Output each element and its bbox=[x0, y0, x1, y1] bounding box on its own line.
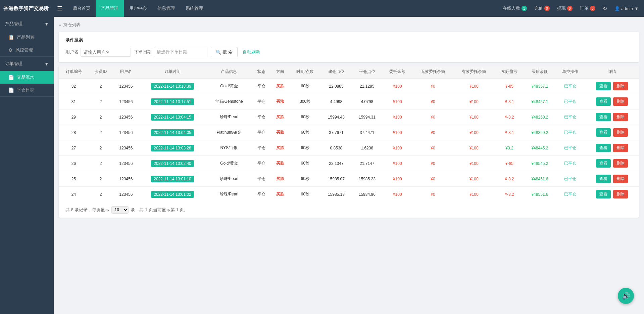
auto-refresh-button[interactable]: 自动刷新 bbox=[241, 47, 262, 57]
nav-item-info[interactable]: 信息管理 bbox=[152, 0, 180, 17]
cell-username: 123456 bbox=[113, 94, 139, 109]
date-picker[interactable]: 请选择下单日期 bbox=[154, 47, 207, 57]
cell-product: Platinum/铂金 bbox=[206, 125, 252, 140]
cell-invalid: ¥0 bbox=[412, 125, 453, 140]
sidebar-item-trade-flow-label: 交易流水 bbox=[17, 74, 34, 80]
cell-operation: 已平仓 bbox=[555, 171, 585, 187]
cell-balance: ¥48457.1 bbox=[525, 94, 555, 109]
delete-button[interactable]: 删除 bbox=[613, 97, 628, 106]
cell-username: 123456 bbox=[113, 125, 139, 140]
cell-member-id: 2 bbox=[89, 171, 113, 187]
cell-close-price: 21.7147 bbox=[352, 156, 383, 171]
view-button[interactable]: 查看 bbox=[596, 190, 611, 198]
view-button[interactable]: 查看 bbox=[596, 175, 611, 183]
breadcrumb-current: 持仓列表 bbox=[63, 22, 81, 28]
cell-effective: ¥100 bbox=[453, 94, 494, 109]
breadcrumb: » 持仓列表 bbox=[59, 22, 639, 28]
sidebar-item-risk-control[interactable]: ⚙ 风控管理 bbox=[0, 44, 54, 56]
view-button[interactable]: 查看 bbox=[596, 82, 611, 90]
float-button[interactable]: 🔊 bbox=[618, 288, 634, 304]
username-input[interactable] bbox=[81, 48, 131, 57]
cell-close-price: 15994.31 bbox=[352, 109, 383, 125]
nav-item-product[interactable]: 产品管理 bbox=[96, 0, 124, 17]
withdraw-item[interactable]: 提现 0 bbox=[555, 5, 575, 11]
view-button[interactable]: 查看 bbox=[596, 128, 611, 137]
cell-close-price: 4.0798 bbox=[352, 94, 383, 109]
cell-product: NYS/白银 bbox=[206, 140, 252, 156]
view-button[interactable]: 查看 bbox=[596, 144, 611, 152]
per-page-select[interactable]: 102050100 bbox=[111, 206, 129, 214]
admin-menu[interactable]: 👤 admin ▼ bbox=[612, 6, 641, 11]
nav-item-home[interactable]: 后台首页 bbox=[67, 0, 96, 17]
cell-order-id: 27 bbox=[59, 140, 89, 156]
col-direction: 方向 bbox=[271, 65, 290, 78]
table-row: 25 2 123456 2022-11-14 13:01:10 珍珠/Pearl… bbox=[59, 171, 639, 187]
cell-order-time: 2022-11-14 13:01:02 bbox=[139, 187, 206, 202]
delete-button[interactable]: 删除 bbox=[613, 128, 628, 137]
cell-time-points: 60秒 bbox=[289, 187, 321, 202]
cell-product: 宝石/Gemstone bbox=[206, 94, 252, 109]
cell-entrust: ¥100 bbox=[383, 125, 412, 140]
cell-order-id: 32 bbox=[59, 78, 89, 94]
cell-open-price: 15994.43 bbox=[321, 109, 352, 125]
cell-open-price: 22.1347 bbox=[321, 156, 352, 171]
cell-detail: 查看 删除 bbox=[585, 109, 639, 125]
cell-product: 珍珠/Pearl bbox=[206, 187, 252, 202]
nav-item-user[interactable]: 用户中心 bbox=[124, 0, 152, 17]
cell-invalid: ¥0 bbox=[412, 187, 453, 202]
view-button[interactable]: 查看 bbox=[596, 97, 611, 106]
cell-close-price: 15984.96 bbox=[352, 187, 383, 202]
cell-order-id: 26 bbox=[59, 156, 89, 171]
col-entrust: 委托余额 bbox=[383, 65, 412, 78]
cell-product: Gold/黄金 bbox=[206, 78, 252, 94]
cell-status: 平仓 bbox=[252, 78, 271, 94]
search-btn-label: 搜 索 bbox=[222, 49, 233, 55]
delete-button[interactable]: 删除 bbox=[613, 82, 628, 90]
cell-member-id: 2 bbox=[89, 94, 113, 109]
cell-balance: ¥48551.6 bbox=[525, 187, 555, 202]
delete-button[interactable]: 删除 bbox=[613, 113, 628, 121]
cell-direction: 买跌 bbox=[271, 125, 290, 140]
nav-item-system[interactable]: 系统管理 bbox=[180, 0, 208, 17]
cell-username: 123456 bbox=[113, 187, 139, 202]
search-button[interactable]: 🔍 搜 索 bbox=[211, 47, 238, 57]
order-item[interactable]: 订单 0 bbox=[578, 5, 597, 11]
sidebar-section-order-title[interactable]: 订单管理 ▼ bbox=[0, 57, 54, 71]
search-title: 条件搜索 bbox=[65, 37, 632, 43]
cell-invalid: ¥0 bbox=[412, 78, 453, 94]
cell-open-price: 37.7671 bbox=[321, 125, 352, 140]
menu-toggle-icon[interactable]: ☰ bbox=[57, 5, 62, 12]
delete-button[interactable]: 删除 bbox=[613, 144, 628, 152]
sidebar-item-close-log[interactable]: 📄 平仓日志 bbox=[0, 84, 54, 96]
cell-status: 平仓 bbox=[252, 171, 271, 187]
cell-order-time: 2022-11-14 13:04:05 bbox=[139, 125, 206, 140]
recharge-item[interactable]: 充值 0 bbox=[532, 5, 552, 11]
table-body: 32 2 123456 2022-11-14 13:18:39 Gold/黄金 … bbox=[59, 78, 639, 202]
date-field: 下单日期 请选择下单日期 bbox=[134, 47, 207, 57]
top-nav-items: 后台首页 产品管理 用户中心 信息管理 系统管理 bbox=[67, 0, 501, 17]
sidebar-item-trade-flow[interactable]: 📄 交易流水 bbox=[0, 71, 54, 84]
refresh-icon-btn[interactable]: ↻ bbox=[601, 5, 609, 12]
recharge-label: 充值 bbox=[534, 5, 543, 11]
cell-direction: 买跌 bbox=[271, 187, 290, 202]
sidebar-item-product-list[interactable]: 📋 产品列表 bbox=[0, 31, 54, 44]
withdraw-label: 提现 bbox=[557, 5, 566, 11]
cell-balance: ¥48451.6 bbox=[525, 171, 555, 187]
sidebar-item-product-list-label: 产品列表 bbox=[17, 34, 34, 40]
username-field: 用户名 bbox=[65, 48, 131, 57]
col-open-price: 建仓点位 bbox=[321, 65, 352, 78]
delete-button[interactable]: 删除 bbox=[613, 159, 628, 168]
cell-product: 珍珠/Pearl bbox=[206, 109, 252, 125]
view-button[interactable]: 查看 bbox=[596, 113, 611, 121]
view-button[interactable]: 查看 bbox=[596, 159, 611, 168]
cell-entrust: ¥100 bbox=[383, 109, 412, 125]
cell-direction: 买跌 bbox=[271, 140, 290, 156]
cell-time-points: 60秒 bbox=[289, 140, 321, 156]
table-row: 29 2 123456 2022-11-14 13:04:15 珍珠/Pearl… bbox=[59, 109, 639, 125]
delete-button[interactable]: 删除 bbox=[613, 175, 628, 183]
cell-member-id: 2 bbox=[89, 187, 113, 202]
delete-button[interactable]: 删除 bbox=[613, 190, 628, 198]
cell-close-price: 15985.23 bbox=[352, 171, 383, 187]
cell-status: 平仓 bbox=[252, 109, 271, 125]
sidebar-section-product-title[interactable]: 产品管理 ▼ bbox=[0, 17, 54, 31]
